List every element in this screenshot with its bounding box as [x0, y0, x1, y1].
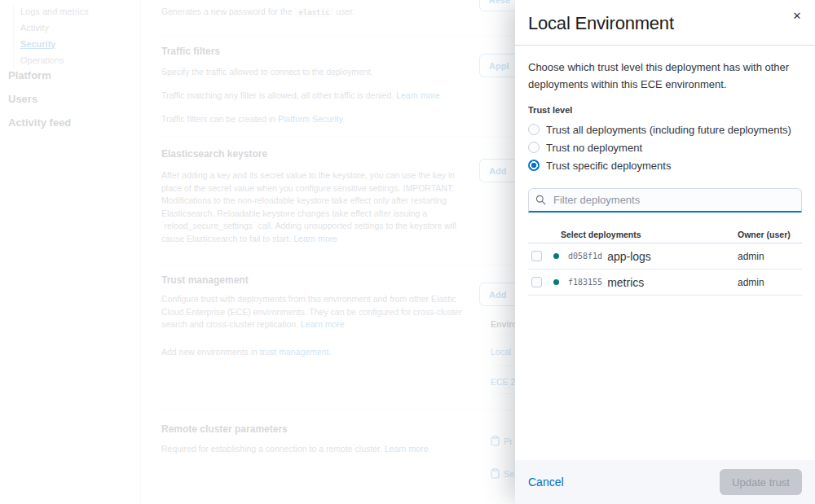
deployment-id: f183155 [568, 278, 602, 287]
app-window: Logs and metrics Activity Security Opera… [0, 0, 815, 504]
flyout-header: Local Environment ✕ [515, 0, 815, 46]
radio-icon [528, 124, 540, 135]
radio-icon [528, 160, 540, 171]
flyout-overlay-mask[interactable] [0, 0, 515, 504]
deployment-filter [528, 188, 802, 213]
update-trust-button[interactable]: Update trust [720, 469, 802, 495]
deployment-checkbox[interactable] [531, 277, 542, 287]
radio-icon [528, 142, 540, 153]
column-header-select-deployments: Select deployments [561, 230, 641, 239]
deployment-checkbox[interactable] [531, 251, 542, 261]
table-row: d058f1d app-logs admin [528, 243, 802, 270]
trust-level-radio-group: Trust all deployments (including future … [528, 121, 802, 174]
deployments-table: Select deployments Owner (user) d058f1d … [528, 230, 802, 296]
flyout-body: Choose which trust level this deployment… [515, 46, 815, 309]
radio-label: Trust no deployment [546, 142, 642, 154]
radio-label: Trust specific deployments [546, 160, 671, 172]
flyout-footer: Cancel Update trust [515, 460, 815, 504]
radio-label: Trust all deployments (including future … [546, 124, 791, 136]
flyout-intro-text: Choose which trust level this deployment… [528, 59, 802, 93]
deployment-id: d058f1d [568, 252, 602, 261]
deployment-owner: admin [738, 251, 764, 262]
radio-trust-all-deployments[interactable]: Trust all deployments (including future … [528, 121, 802, 138]
health-dot-icon [553, 253, 559, 259]
health-dot-icon [553, 279, 559, 285]
local-environment-flyout: Local Environment ✕ Choose which trust l… [515, 0, 815, 504]
search-icon [535, 195, 546, 205]
table-row: f183155 metrics admin [528, 270, 802, 296]
close-icon[interactable]: ✕ [789, 8, 805, 24]
deployment-name: app-logs [607, 250, 651, 263]
deployments-table-header: Select deployments Owner (user) [528, 230, 802, 243]
radio-trust-specific-deployments[interactable]: Trust specific deployments [528, 156, 802, 174]
flyout-title: Local Environment [528, 13, 782, 34]
filter-deployments-input[interactable] [528, 188, 802, 213]
radio-trust-no-deployment[interactable]: Trust no deployment [528, 138, 802, 156]
cancel-button[interactable]: Cancel [528, 476, 564, 489]
column-header-owner: Owner (user) [738, 230, 791, 239]
trust-level-label: Trust level [528, 105, 802, 115]
deployment-name: metrics [607, 276, 644, 289]
deployment-owner: admin [738, 277, 764, 288]
